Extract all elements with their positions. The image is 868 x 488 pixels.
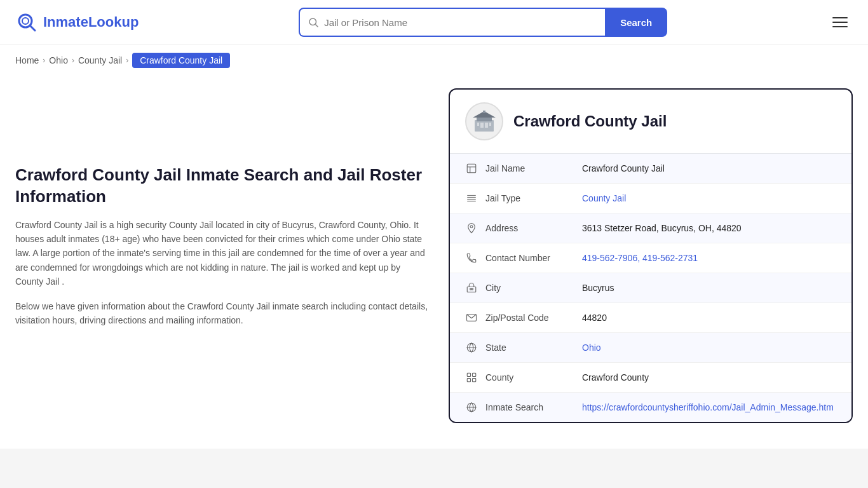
label-state: State <box>480 342 582 353</box>
label-jail-type: Jail Type <box>480 193 582 203</box>
main-content: Crawford County Jail Inmate Search and J… <box>0 76 868 436</box>
breadcrumb-sep-3: › <box>126 56 128 65</box>
jail-icon <box>463 163 480 174</box>
state-link[interactable]: Ohio <box>582 342 601 353</box>
svg-rect-29 <box>473 379 476 382</box>
svg-rect-23 <box>472 288 473 290</box>
svg-rect-12 <box>483 111 485 113</box>
search-button[interactable]: Search <box>605 8 667 37</box>
left-column: Crawford County Jail Inmate Search and J… <box>15 88 428 423</box>
svg-rect-8 <box>480 123 484 128</box>
breadcrumb-current: Crawford County Jail <box>132 53 230 68</box>
jail-type-link[interactable]: County Jail <box>582 193 626 203</box>
svg-line-2 <box>30 25 35 30</box>
table-row: City Bucyrus <box>450 273 851 303</box>
city-icon <box>463 282 480 294</box>
svg-line-4 <box>316 24 318 27</box>
table-row: Jail Type County Jail <box>450 184 851 214</box>
value-city: Bucyrus <box>582 283 839 293</box>
value-inmate-search: https://crawfordcountysheriffohio.com/Ja… <box>582 402 839 412</box>
label-jail-name: Jail Name <box>480 163 582 173</box>
breadcrumb-county-jail[interactable]: County Jail <box>78 55 122 65</box>
svg-rect-10 <box>477 123 479 126</box>
breadcrumb: Home › Ohio › County Jail › Crawford Cou… <box>0 45 868 76</box>
svg-point-20 <box>470 226 473 228</box>
hamburger-line-1 <box>832 17 848 18</box>
inmate-search-link[interactable]: https://crawfordcountysheriffohio.com/Ja… <box>582 402 834 412</box>
hamburger-line-2 <box>832 22 848 23</box>
table-row: County Crawford County <box>450 363 851 393</box>
zip-icon <box>463 312 480 323</box>
table-row: Contact Number 419-562-7906, 419-562-273… <box>450 243 851 273</box>
card-header: Crawford County Jail <box>450 90 851 154</box>
svg-point-3 <box>309 18 316 25</box>
search-input[interactable] <box>324 17 597 28</box>
page-description-1: Crawford County Jail is a high security … <box>15 218 428 289</box>
right-column: Crawford County Jail Jail Name Crawford … <box>449 88 853 423</box>
value-county: Crawford County <box>582 372 839 383</box>
logo[interactable]: InmateLookup <box>15 11 139 34</box>
svg-rect-27 <box>473 373 476 376</box>
value-jail-name: Crawford County Jail <box>582 163 839 173</box>
table-row: Inmate Search https://crawfordcountysher… <box>450 393 851 422</box>
table-row: Zip/Postal Code 44820 <box>450 303 851 333</box>
svg-rect-13 <box>467 164 476 173</box>
info-table: Jail Name Crawford County Jail Jail Type… <box>450 154 851 422</box>
value-state: Ohio <box>582 342 839 353</box>
search-bar: Search <box>299 8 667 37</box>
phone-icon <box>463 252 480 264</box>
breadcrumb-home[interactable]: Home <box>15 55 39 65</box>
svg-rect-26 <box>467 373 470 376</box>
web-icon <box>463 402 480 413</box>
value-contact: 419-562-7906, 419-562-2731 <box>582 253 839 263</box>
state-icon <box>463 342 480 353</box>
search-icon <box>308 17 319 28</box>
address-icon <box>463 222 480 234</box>
menu-button[interactable] <box>827 12 853 32</box>
table-row: Address 3613 Stetzer Road, Bucyrus, OH, … <box>450 214 851 243</box>
svg-point-1 <box>22 18 29 24</box>
breadcrumb-sep-2: › <box>72 56 74 65</box>
value-zip: 44820 <box>582 313 839 323</box>
page-description-2: Below we have given information about th… <box>15 299 428 328</box>
county-icon <box>463 372 480 383</box>
label-address: Address <box>480 223 582 233</box>
label-inmate-search: Inmate Search <box>480 402 582 412</box>
breadcrumb-sep-1: › <box>43 56 45 65</box>
page-title: Crawford County Jail Inmate Search and J… <box>15 165 428 208</box>
logo-icon <box>15 11 38 34</box>
info-card: Crawford County Jail Jail Name Crawford … <box>449 88 853 423</box>
svg-rect-9 <box>485 123 488 128</box>
table-row: State Ohio <box>450 333 851 363</box>
label-contact: Contact Number <box>480 253 582 263</box>
building-icon <box>471 109 497 134</box>
phone-link[interactable]: 419-562-7906, 419-562-2731 <box>582 253 698 263</box>
svg-rect-6 <box>477 118 492 121</box>
facility-name: Crawford County Jail <box>513 112 667 130</box>
value-address: 3613 Stetzer Road, Bucyrus, OH, 44820 <box>582 223 839 233</box>
svg-rect-28 <box>467 379 470 382</box>
hamburger-line-3 <box>832 26 848 27</box>
value-jail-type: County Jail <box>582 193 839 203</box>
breadcrumb-ohio[interactable]: Ohio <box>49 55 68 65</box>
facility-image <box>465 102 503 140</box>
label-city: City <box>480 283 582 293</box>
table-row: Jail Name Crawford County Jail <box>450 154 851 184</box>
site-name: InmateLookup <box>43 14 139 30</box>
svg-rect-22 <box>470 288 471 290</box>
footer <box>0 449 868 488</box>
type-icon <box>463 193 480 204</box>
svg-rect-21 <box>467 287 476 292</box>
label-county: County <box>480 372 582 383</box>
svg-rect-11 <box>489 123 491 126</box>
label-zip: Zip/Postal Code <box>480 313 582 323</box>
